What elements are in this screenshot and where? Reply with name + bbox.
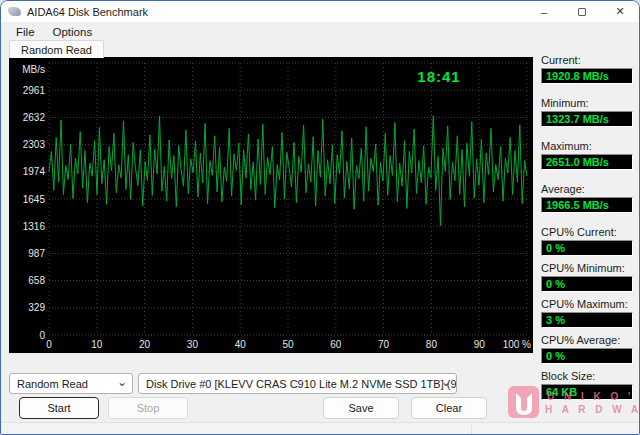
svg-text:60: 60 xyxy=(330,339,342,350)
stat-value: 0 % xyxy=(541,348,633,364)
stat-label: CPU% Maximum: xyxy=(541,298,633,310)
title-bar: AIDA64 Disk Benchmark – ✕ xyxy=(1,1,639,22)
stat-label: CPU% Minimum: xyxy=(541,262,633,274)
stat-cpu-current: CPU% Current: 0 % xyxy=(541,226,633,256)
stat-value: 0 % xyxy=(541,276,633,292)
drive-select[interactable]: Disk Drive #0 [KLEVV CRAS C910 Lite M.2 … xyxy=(138,373,457,394)
svg-text:80: 80 xyxy=(426,339,438,350)
window-title: AIDA64 Disk Benchmark xyxy=(27,6,148,18)
svg-text:1645: 1645 xyxy=(23,194,46,205)
stat-maximum: Maximum: 2651.0 MB/s xyxy=(541,140,633,170)
stat-label: Block Size: xyxy=(541,370,633,382)
chevron-down-icon: ⌄ xyxy=(117,375,127,389)
svg-text:658: 658 xyxy=(28,275,45,286)
svg-text:10: 10 xyxy=(91,339,103,350)
stop-button[interactable]: Stop xyxy=(108,397,188,419)
unikos-hardware-logo-icon xyxy=(508,386,539,418)
stats-panel: Current: 1920.8 MB/s Minimum: 1323.7 MB/… xyxy=(541,54,633,406)
stat-label: Average: xyxy=(541,183,633,195)
stat-cpu-average: CPU% Average: 0 % xyxy=(541,334,633,364)
close-button[interactable]: ✕ xyxy=(601,1,639,22)
svg-text:50: 50 xyxy=(282,339,294,350)
test-type-select[interactable]: Random Read ⌄ xyxy=(9,373,133,394)
menu-options[interactable]: Options xyxy=(44,24,102,40)
status-bar-separator xyxy=(471,425,472,435)
app-icon xyxy=(8,7,21,16)
stat-minimum: Minimum: 1323.7 MB/s xyxy=(541,97,633,127)
svg-text:40: 40 xyxy=(235,339,247,350)
svg-text:0: 0 xyxy=(46,339,52,350)
svg-text:2632: 2632 xyxy=(23,112,46,123)
svg-text:1316: 1316 xyxy=(23,221,46,232)
stat-current: Current: 1920.8 MB/s xyxy=(541,54,633,84)
tab-random-read[interactable]: Random Read xyxy=(9,40,104,58)
benchmark-chart: MB/s296126322303197416451316987658329001… xyxy=(9,57,533,353)
benchmark-line-chart: MB/s296126322303197416451316987658329001… xyxy=(9,57,533,353)
stat-average: Average: 1966.5 MB/s xyxy=(541,183,633,213)
stat-value: 1323.7 MB/s xyxy=(541,111,633,127)
svg-text:20: 20 xyxy=(139,339,151,350)
stat-cpu-maximum: CPU% Maximum: 3 % xyxy=(541,298,633,328)
caption-buttons: – ✕ xyxy=(525,1,639,22)
maximize-icon xyxy=(578,8,586,16)
stat-value: 2651.0 MB/s xyxy=(541,154,633,170)
svg-text:100 %: 100 % xyxy=(503,339,531,350)
stat-value: 0 % xyxy=(541,240,633,256)
stat-value: 1966.5 MB/s xyxy=(541,197,633,213)
watermark-line1: U N I K O ' S xyxy=(547,391,640,402)
aida64-disk-benchmark-window: AIDA64 Disk Benchmark – ✕ File Options R… xyxy=(0,0,640,435)
svg-text:18:41: 18:41 xyxy=(417,68,460,85)
svg-text:MB/s: MB/s xyxy=(22,64,45,75)
svg-text:329: 329 xyxy=(28,302,45,313)
maximize-button[interactable] xyxy=(563,1,601,22)
test-type-value: Random Read xyxy=(17,378,88,390)
save-button[interactable]: Save xyxy=(323,397,399,419)
menu-file[interactable]: File xyxy=(7,24,44,40)
svg-text:987: 987 xyxy=(28,248,45,259)
stat-value: 3 % xyxy=(541,312,633,328)
watermark-line2: H A R D W A R E xyxy=(545,404,640,415)
svg-text:1974: 1974 xyxy=(23,166,46,177)
stat-value: 1920.8 MB/s xyxy=(541,68,633,84)
svg-text:70: 70 xyxy=(378,339,390,350)
clear-button[interactable]: Clear xyxy=(411,397,487,419)
svg-text:2961: 2961 xyxy=(23,85,46,96)
svg-text:90: 90 xyxy=(474,339,486,350)
status-bar xyxy=(1,422,640,435)
stat-cpu-minimum: CPU% Minimum: 0 % xyxy=(541,262,633,292)
minimize-button[interactable]: – xyxy=(525,1,563,22)
stat-label: Maximum: xyxy=(541,140,633,152)
svg-text:2303: 2303 xyxy=(23,139,46,150)
stat-label: CPU% Current: xyxy=(541,226,633,238)
stat-label: CPU% Average: xyxy=(541,334,633,346)
svg-text:0: 0 xyxy=(39,330,45,341)
stat-label: Minimum: xyxy=(541,97,633,109)
menu-bar: File Options xyxy=(1,22,639,41)
chevron-down-icon: ⌄ xyxy=(441,375,451,389)
start-button[interactable]: Start xyxy=(19,397,99,419)
svg-text:30: 30 xyxy=(187,339,199,350)
drive-select-value: Disk Drive #0 [KLEVV CRAS C910 Lite M.2 … xyxy=(146,378,457,390)
stat-label: Current: xyxy=(541,54,633,66)
